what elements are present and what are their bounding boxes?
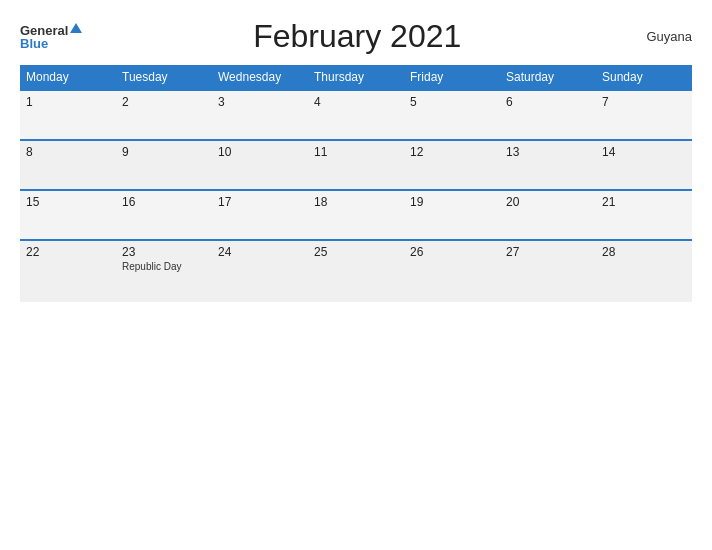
- calendar-day-cell: 10: [212, 140, 308, 190]
- calendar-day-cell: 17: [212, 190, 308, 240]
- calendar-day-cell: 13: [500, 140, 596, 190]
- day-number: 11: [314, 145, 398, 159]
- calendar-day-cell: 27: [500, 240, 596, 302]
- day-number: 1: [26, 95, 110, 109]
- calendar-day-cell: 8: [20, 140, 116, 190]
- country-label: Guyana: [632, 29, 692, 44]
- day-number: 2: [122, 95, 206, 109]
- calendar-day-cell: 21: [596, 190, 692, 240]
- calendar-day-cell: 22: [20, 240, 116, 302]
- day-number: 26: [410, 245, 494, 259]
- calendar-header: Monday Tuesday Wednesday Thursday Friday…: [20, 65, 692, 90]
- calendar-body: 1234567891011121314151617181920212223Rep…: [20, 90, 692, 302]
- calendar-day-cell: 25: [308, 240, 404, 302]
- calendar-day-cell: 11: [308, 140, 404, 190]
- day-number: 7: [602, 95, 686, 109]
- calendar-table: Monday Tuesday Wednesday Thursday Friday…: [20, 65, 692, 302]
- calendar-week-row: 2223Republic Day2425262728: [20, 240, 692, 302]
- day-number: 23: [122, 245, 206, 259]
- calendar-day-cell: 14: [596, 140, 692, 190]
- day-number: 4: [314, 95, 398, 109]
- calendar-day-cell: 20: [500, 190, 596, 240]
- calendar-day-cell: 5: [404, 90, 500, 140]
- calendar-title: February 2021: [82, 18, 632, 55]
- calendar-day-cell: 6: [500, 90, 596, 140]
- calendar-day-cell: 18: [308, 190, 404, 240]
- header-tuesday: Tuesday: [116, 65, 212, 90]
- calendar-day-cell: 7: [596, 90, 692, 140]
- header-friday: Friday: [404, 65, 500, 90]
- calendar-week-row: 15161718192021: [20, 190, 692, 240]
- calendar-day-cell: 12: [404, 140, 500, 190]
- day-number: 25: [314, 245, 398, 259]
- weekday-header-row: Monday Tuesday Wednesday Thursday Friday…: [20, 65, 692, 90]
- day-number: 9: [122, 145, 206, 159]
- holiday-label: Republic Day: [122, 261, 206, 272]
- logo: General Blue: [20, 24, 82, 50]
- logo-blue-text: Blue: [20, 37, 48, 50]
- day-number: 18: [314, 195, 398, 209]
- day-number: 20: [506, 195, 590, 209]
- day-number: 13: [506, 145, 590, 159]
- day-number: 16: [122, 195, 206, 209]
- calendar-week-row: 891011121314: [20, 140, 692, 190]
- header: General Blue February 2021 Guyana: [20, 18, 692, 55]
- header-wednesday: Wednesday: [212, 65, 308, 90]
- calendar-page: General Blue February 2021 Guyana Monday…: [0, 0, 712, 550]
- day-number: 8: [26, 145, 110, 159]
- day-number: 27: [506, 245, 590, 259]
- logo-general-text: General: [20, 24, 68, 37]
- calendar-day-cell: 23Republic Day: [116, 240, 212, 302]
- header-monday: Monday: [20, 65, 116, 90]
- day-number: 24: [218, 245, 302, 259]
- calendar-week-row: 1234567: [20, 90, 692, 140]
- calendar-day-cell: 24: [212, 240, 308, 302]
- calendar-day-cell: 15: [20, 190, 116, 240]
- header-saturday: Saturday: [500, 65, 596, 90]
- day-number: 15: [26, 195, 110, 209]
- day-number: 14: [602, 145, 686, 159]
- header-thursday: Thursday: [308, 65, 404, 90]
- calendar-day-cell: 2: [116, 90, 212, 140]
- calendar-day-cell: 28: [596, 240, 692, 302]
- day-number: 6: [506, 95, 590, 109]
- day-number: 10: [218, 145, 302, 159]
- day-number: 3: [218, 95, 302, 109]
- day-number: 17: [218, 195, 302, 209]
- calendar-day-cell: 26: [404, 240, 500, 302]
- calendar-day-cell: 4: [308, 90, 404, 140]
- calendar-day-cell: 16: [116, 190, 212, 240]
- calendar-day-cell: 19: [404, 190, 500, 240]
- calendar-day-cell: 9: [116, 140, 212, 190]
- logo-triangle-icon: [70, 23, 82, 33]
- calendar-day-cell: 3: [212, 90, 308, 140]
- day-number: 12: [410, 145, 494, 159]
- day-number: 22: [26, 245, 110, 259]
- calendar-day-cell: 1: [20, 90, 116, 140]
- day-number: 28: [602, 245, 686, 259]
- day-number: 21: [602, 195, 686, 209]
- header-sunday: Sunday: [596, 65, 692, 90]
- day-number: 5: [410, 95, 494, 109]
- day-number: 19: [410, 195, 494, 209]
